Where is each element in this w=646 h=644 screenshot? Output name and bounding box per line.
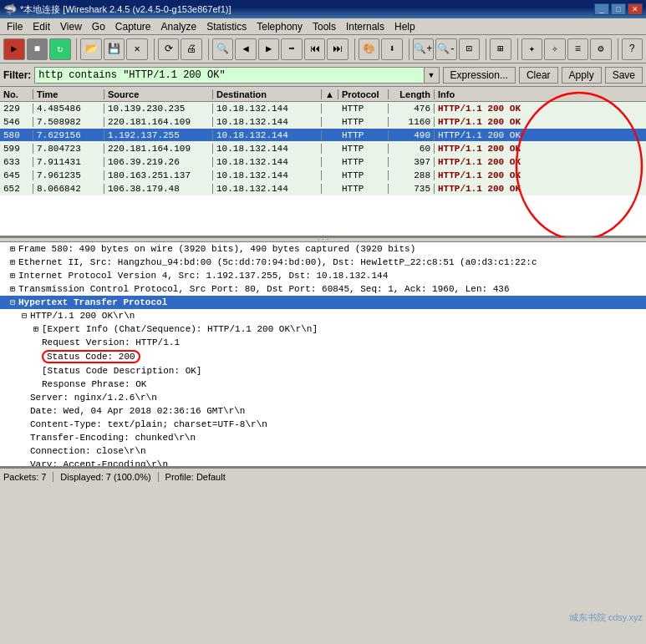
date-text: Date: Wed, 04 Apr 2018 02:36:16 GMT\r\n — [30, 406, 245, 416]
col-header-length: Length — [389, 89, 435, 99]
content-type-text: Content-Type: text/plain; charset=UTF-8\… — [30, 419, 267, 429]
maximize-button[interactable]: □ — [611, 3, 626, 15]
detail-ethernet[interactable]: ⊞ Ethernet II, Src: Hangzhou_94:bd:00 (5… — [0, 256, 646, 269]
menu-go[interactable]: Go — [87, 19, 110, 34]
detail-request-version[interactable]: ⊞ Request Version: HTTP/1.1 — [0, 336, 646, 349]
col-header-protocol: Protocol — [338, 89, 389, 99]
expression-button[interactable]: Expression... — [443, 67, 516, 84]
normal-size-button[interactable]: ⊡ — [459, 38, 481, 60]
table-row[interactable]: 645 7.961235 180.163.251.137 10.18.132.1… — [0, 169, 646, 182]
col-header-info: Info — [435, 89, 646, 99]
window-buttons: _ □ ✕ — [594, 3, 643, 15]
menu-analyze[interactable]: Analyze — [156, 19, 202, 34]
col-header-time: Time — [33, 89, 104, 99]
detail-ip[interactable]: ⊞ Internet Protocol Version 4, Src: 1.19… — [0, 269, 646, 282]
expert-text: [Expert Info (Chat/Sequence): HTTP/1.1 2… — [42, 324, 318, 334]
zoom-in-button[interactable]: 🔍+ — [413, 38, 435, 60]
detail-status-code-desc[interactable]: ⊞ [Status Code Description: OK] — [0, 364, 646, 378]
col-header-source: Source — [104, 89, 213, 99]
title-text: *本地连接 [Wireshark 2.4.5 (v2.4.5-0-g153e86… — [20, 3, 594, 16]
transfer-encoding-text: Transfer-Encoding: chunked\r\n — [30, 433, 196, 443]
go-to-button[interactable]: ➡ — [281, 38, 303, 60]
table-row[interactable]: 599 7.804723 220.181.164.109 10.18.132.1… — [0, 142, 646, 155]
menu-view[interactable]: View — [55, 19, 87, 34]
colorize-button[interactable]: 🎨 — [359, 38, 380, 60]
go-first-button[interactable]: ⏮ — [304, 38, 326, 60]
status-packets: Packets: 7 — [3, 472, 53, 482]
expand-http-status-icon[interactable]: ⊟ — [18, 311, 30, 321]
table-row[interactable]: 633 7.911431 106.39.219.26 10.18.132.144… — [0, 155, 646, 169]
filter-dropdown-button[interactable]: ▼ — [425, 67, 440, 84]
minimize-button[interactable]: _ — [594, 3, 609, 15]
detail-tcp[interactable]: ⊞ Transmission Control Protocol, Src Por… — [0, 282, 646, 296]
detail-content-type[interactable]: ⊞ Content-Type: text/plain; charset=UTF-… — [0, 418, 646, 431]
help-button[interactable]: ? — [622, 38, 643, 60]
detail-transfer-encoding[interactable]: ⊞ Transfer-Encoding: chunked\r\n — [0, 431, 646, 444]
detail-http-status[interactable]: ⊟ HTTP/1.1 200 OK\r\n — [0, 309, 646, 322]
detail-vary[interactable]: ⊞ Vary: Accept-Encoding\r\n — [0, 458, 646, 468]
expand-expert-icon[interactable]: ⊞ — [30, 324, 42, 334]
find-packet-button[interactable]: 🔍 — [212, 38, 234, 60]
auto-scroll-button[interactable]: ⬇ — [381, 38, 403, 60]
filter-label: Filter: — [3, 69, 31, 81]
connection-text: Connection: close\r\n — [30, 446, 146, 456]
menu-edit[interactable]: Edit — [28, 19, 55, 34]
ethernet-text: Ethernet II, Src: Hangzhou_94:bd:00 (5c:… — [18, 257, 537, 267]
frame-text: Frame 580: 490 bytes on wire (3920 bits)… — [18, 244, 415, 254]
http-text: Hypertext Transfer Protocol — [18, 297, 167, 307]
filter-input[interactable] — [34, 67, 424, 84]
menu-file[interactable]: File — [2, 19, 28, 34]
display-filters-button[interactable]: ✧ — [544, 38, 566, 60]
expand-http-icon[interactable]: ⊟ — [7, 297, 18, 307]
reload-button[interactable]: ⟳ — [158, 38, 180, 60]
expand-tcp-icon[interactable]: ⊞ — [7, 284, 18, 294]
status-displayed: Displayed: 7 (100.0%) — [60, 472, 158, 482]
menu-capture[interactable]: Capture — [110, 19, 156, 34]
capture-filters-button[interactable]: ✦ — [521, 38, 543, 60]
detail-response-phrase[interactable]: ⊞ Response Phrase: OK — [0, 378, 646, 391]
table-row[interactable]: 546 7.508982 220.181.164.109 10.18.132.1… — [0, 115, 646, 129]
table-row[interactable]: 652 8.066842 106.38.179.48 10.18.132.144… — [0, 182, 646, 195]
preferences-button[interactable]: ⚙ — [590, 38, 612, 60]
open-file-button[interactable]: 📂 — [80, 38, 102, 60]
go-back-button[interactable]: ◀ — [235, 38, 257, 60]
go-forward-button[interactable]: ▶ — [258, 38, 280, 60]
detail-date[interactable]: ⊞ Date: Wed, 04 Apr 2018 02:36:16 GMT\r\… — [0, 404, 646, 418]
watermark: 城东书院 cdsy.xyz — [569, 611, 643, 624]
status-code-desc-text: [Status Code Description: OK] — [42, 366, 201, 376]
ip-text: Internet Protocol Version 4, Src: 1.192.… — [18, 271, 388, 281]
detail-expert-info[interactable]: ⊞ [Expert Info (Chat/Sequence): HTTP/1.1… — [0, 322, 646, 336]
start-capture-button[interactable]: ▶ — [3, 38, 25, 60]
expand-ip-icon[interactable]: ⊞ — [7, 271, 18, 281]
menu-internals[interactable]: Internals — [341, 19, 389, 34]
close-file-button[interactable]: ✕ — [126, 38, 148, 60]
stop-capture-button[interactable]: ■ — [27, 38, 48, 60]
menu-tools[interactable]: Tools — [308, 19, 341, 34]
resize-columns-button[interactable]: ⊞ — [490, 38, 511, 60]
colorize-rules-button[interactable]: ≡ — [567, 38, 589, 60]
expand-ethernet-icon[interactable]: ⊞ — [7, 257, 18, 267]
close-button[interactable]: ✕ — [628, 3, 643, 15]
menu-help[interactable]: Help — [389, 19, 420, 34]
detail-status-code[interactable]: ⊞ Status Code: 200 — [0, 349, 646, 364]
expand-frame-icon[interactable]: ⊞ — [7, 244, 18, 254]
detail-server[interactable]: ⊞ Server: nginx/1.2.6\r\n — [0, 391, 646, 404]
table-row[interactable]: 229 4.485486 10.139.230.235 10.18.132.14… — [0, 102, 646, 115]
detail-http[interactable]: ⊟ Hypertext Transfer Protocol — [0, 296, 646, 309]
filter-input-wrapper: ▼ — [34, 67, 439, 84]
apply-button[interactable]: Apply — [562, 67, 602, 84]
print-button[interactable]: 🖨 — [181, 38, 202, 60]
table-row-selected[interactable]: 580 7.629156 1.192.137.255 10.18.132.144… — [0, 129, 646, 142]
save-file-button[interactable]: 💾 — [104, 38, 125, 60]
detail-connection[interactable]: ⊞ Connection: close\r\n — [0, 444, 646, 458]
detail-frame[interactable]: ⊞ Frame 580: 490 bytes on wire (3920 bit… — [0, 242, 646, 256]
go-last-button[interactable]: ⏭ — [327, 38, 348, 60]
clear-button[interactable]: Clear — [519, 67, 558, 84]
menu-telephony[interactable]: Telephony — [252, 19, 308, 34]
zoom-out-button[interactable]: 🔍- — [435, 38, 457, 60]
menu-statistics[interactable]: Statistics — [201, 19, 252, 34]
tcp-text: Transmission Control Protocol, Src Port:… — [18, 284, 510, 294]
titlebar: 🦈 *本地连接 [Wireshark 2.4.5 (v2.4.5-0-g153e… — [0, 0, 646, 18]
save-button[interactable]: Save — [605, 67, 643, 84]
restart-capture-button[interactable]: ↻ — [49, 38, 71, 60]
